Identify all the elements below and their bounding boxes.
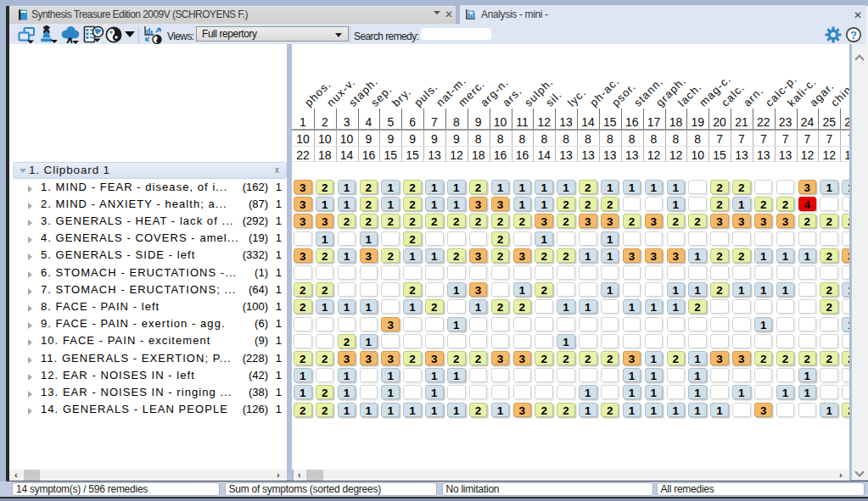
svg-text:?: ? (850, 28, 857, 41)
